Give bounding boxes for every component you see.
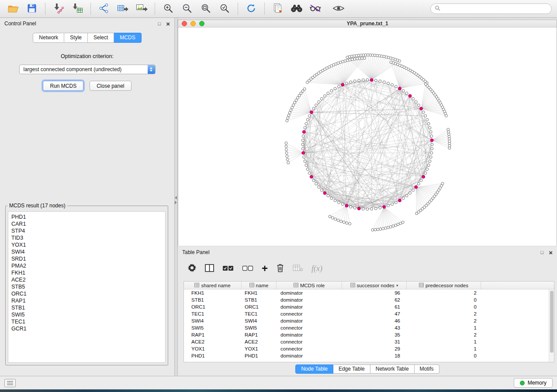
copy-annotation-button[interactable]: [270, 2, 286, 16]
zoom-fit-button[interactable]: [198, 2, 214, 16]
mcds-result-item[interactable]: GCR1: [11, 325, 165, 332]
network-window-titlebar: YPA_prune.txt_1: [178, 20, 557, 28]
table-row[interactable]: STB1 STB1 dominator 62 0: [184, 296, 554, 303]
import-network-button[interactable]: [51, 2, 66, 16]
tab-select[interactable]: Select: [88, 33, 114, 43]
sort-descending-icon[interactable]: ▾: [396, 283, 398, 288]
mcds-result-item[interactable]: YOX1: [11, 241, 165, 248]
search-network-button[interactable]: [289, 2, 304, 16]
network-canvas[interactable]: [178, 28, 557, 246]
window-minimize-icon[interactable]: [190, 21, 196, 26]
table-row[interactable]: TEC1 TEC1 connector 47 2: [184, 310, 554, 317]
export-image-button[interactable]: [134, 2, 149, 16]
column-header-successor-nodes[interactable]: successor nodes ▾: [342, 282, 407, 289]
mcds-result-item[interactable]: RAP1: [11, 297, 165, 304]
mcds-result-item[interactable]: TEC1: [11, 318, 165, 325]
mcds-result-item[interactable]: SWI5: [11, 311, 165, 318]
table-scrollbar-thumb[interactable]: [550, 291, 554, 353]
column-header-name[interactable]: name: [242, 282, 277, 289]
main-toolbar: [0, 0, 557, 18]
zoom-in-button[interactable]: [160, 2, 176, 16]
search-box[interactable]: [430, 3, 552, 14]
tab-network-table[interactable]: Network Table: [370, 364, 415, 374]
search-input[interactable]: [443, 6, 547, 12]
mcds-result-item[interactable]: PMA2: [11, 262, 165, 269]
add-column-button[interactable]: +: [262, 265, 268, 272]
run-mcds-button[interactable]: Run MCDS: [43, 81, 83, 91]
hide-glasses-button[interactable]: [308, 2, 323, 16]
mcds-result-item[interactable]: SRD1: [11, 255, 165, 262]
delete-column-button[interactable]: [276, 263, 284, 274]
table-row[interactable]: ACE2 ACE2 connector 31 1: [184, 338, 554, 345]
table-grid-icon: [350, 283, 355, 288]
mcds-result-item[interactable]: ORC1: [11, 290, 165, 297]
tab-network[interactable]: Network: [33, 33, 64, 43]
mcds-result-item[interactable]: TID3: [11, 234, 165, 241]
export-network-button[interactable]: [96, 2, 112, 16]
memory-status-icon: [520, 381, 525, 385]
table-row[interactable]: SWI5 SWI5 connector 43 1: [184, 324, 554, 331]
column-header-predecessor-nodes[interactable]: predecessor nodes: [407, 282, 481, 289]
close-table-panel-icon[interactable]: ×: [549, 249, 553, 256]
table-header-row: shared name name MCDS role successor nod…: [184, 282, 554, 289]
table-grid-icon: [249, 283, 254, 288]
mcds-result-item[interactable]: PHD1: [11, 213, 165, 220]
table-hide-icon: [293, 264, 303, 273]
mcds-result-item[interactable]: ACE2: [11, 276, 165, 283]
mcds-result-item[interactable]: STB1: [11, 304, 165, 311]
network-graph[interactable]: [178, 28, 557, 246]
import-table-button[interactable]: [69, 2, 85, 16]
close-panel-icon[interactable]: ×: [166, 21, 170, 27]
memory-button[interactable]: Memory: [514, 378, 553, 388]
deselect-all-button[interactable]: [242, 265, 253, 273]
mcds-result-item[interactable]: STP4: [11, 227, 165, 234]
mcds-result-item[interactable]: STB5: [11, 283, 165, 290]
table-scrollbar[interactable]: [549, 289, 554, 362]
export-table-button[interactable]: [115, 2, 131, 16]
tab-style[interactable]: Style: [64, 33, 88, 43]
tab-mcds[interactable]: MCDS: [114, 33, 141, 43]
vertical-splitter[interactable]: [175, 18, 178, 376]
optimization-criterion-label: Optimization criterion:: [0, 53, 174, 59]
deselect-all-icon: [242, 265, 253, 273]
table-row[interactable]: PHD1 PHD1 dominator 18 0: [184, 352, 554, 359]
zoom-selected-button[interactable]: [217, 2, 232, 16]
table-settings-button[interactable]: [187, 263, 197, 274]
column-header-mcds-role[interactable]: MCDS role: [277, 282, 342, 289]
mcds-result-item[interactable]: FKH1: [11, 269, 165, 276]
close-panel-button[interactable]: Close panel: [90, 81, 131, 91]
optimization-criterion-select[interactable]: largest connected component (undirected): [19, 65, 156, 74]
float-panel-icon[interactable]: □: [158, 21, 161, 26]
save-session-button[interactable]: [24, 2, 40, 16]
float-table-panel-icon[interactable]: □: [541, 250, 544, 255]
table-row[interactable]: FKH1 FKH1 dominator 96 2: [184, 289, 554, 296]
table-row[interactable]: SWI4 SWI4 dominator 46 2: [184, 317, 554, 324]
mcds-result-list[interactable]: PHD1CAR1STP4TID3YOX1SWI4SRD1PMA2FKH1ACE2…: [8, 211, 166, 363]
tab-node-table[interactable]: Node Table: [295, 364, 333, 374]
table-row[interactable]: YOX1 YOX1 connector 29 1: [184, 345, 554, 352]
task-history-button[interactable]: [4, 379, 16, 387]
mcds-result-item[interactable]: SWI4: [11, 248, 165, 255]
zoom-out-button[interactable]: [179, 2, 195, 16]
window-maximize-icon[interactable]: [199, 21, 204, 26]
open-file-button[interactable]: [5, 2, 21, 16]
table-row[interactable]: RAP1 RAP1 dominator 35 2: [184, 331, 554, 338]
mcds-result-title: MCDS result (17 nodes): [7, 203, 67, 209]
eye-icon: [332, 4, 345, 14]
window-close-icon[interactable]: [182, 21, 187, 26]
table-row[interactable]: ORC1 ORC1 dominator 61 0: [184, 303, 554, 310]
show-columns-button[interactable]: [205, 264, 214, 273]
select-all-button[interactable]: [222, 265, 234, 273]
mcds-result-item[interactable]: CAR1: [11, 220, 165, 227]
function-builder-button[interactable]: f(x): [311, 264, 322, 273]
toolbar-divider: [238, 3, 238, 15]
splitter-collapse-icon[interactable]: [175, 196, 177, 204]
show-eye-button[interactable]: [331, 2, 346, 16]
table-grid-icon: [419, 283, 424, 288]
table-panel-title: Table Panel: [182, 249, 210, 255]
column-header-shared-name[interactable]: shared name: [184, 282, 242, 289]
tab-motifs[interactable]: Motifs: [415, 364, 439, 374]
hide-table-button[interactable]: [293, 264, 303, 273]
refresh-button[interactable]: [243, 2, 259, 16]
tab-edge-table[interactable]: Edge Table: [333, 364, 370, 374]
